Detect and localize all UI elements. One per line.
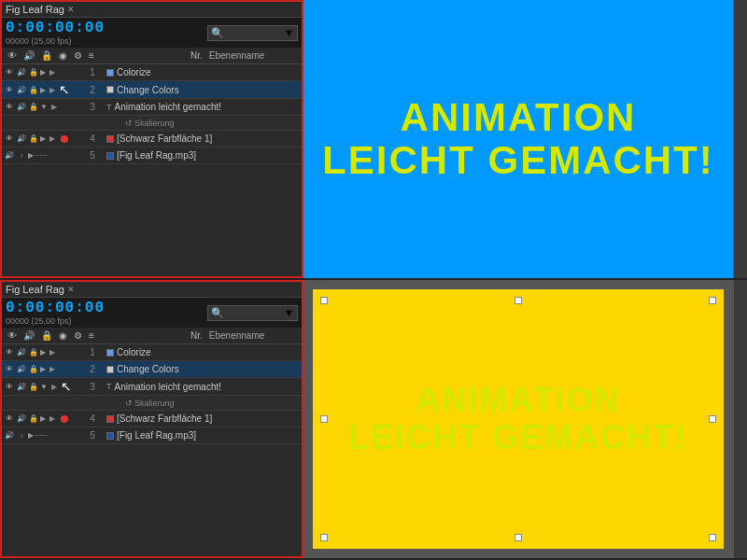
handle-tm[interactable] (514, 297, 522, 304)
audio-icon-5-top[interactable]: ♪ (16, 150, 27, 161)
eye-icon-2-top[interactable]: 👁 (4, 84, 15, 95)
play-icon-3-bottom[interactable]: ▶ (49, 381, 60, 392)
play-icon-2-top[interactable]: ▶ (47, 84, 58, 95)
audio-icon-5-bottom[interactable]: ♪ (16, 430, 27, 441)
layer-row-4-top[interactable]: 👁 🔊 🔒 ▶ ▶ 4 [Schwarz Farbfläche 1] (2, 131, 302, 147)
audio-icon-3-bottom[interactable]: 🔊 (16, 381, 27, 392)
toolbar-motion-top[interactable]: ⚙ (72, 49, 84, 62)
layer-num-5-bottom: 5 (78, 430, 106, 441)
expand-4-bottom[interactable]: ▶ (40, 414, 46, 423)
toolbar-audio-top[interactable]: 🔊 (21, 49, 36, 62)
layer-row-5-bottom[interactable]: 🔊 ♪ ▶ ~~~ 5 [Fig Leaf Rag.mp3] (2, 427, 302, 444)
play-icon-3-top[interactable]: ▶ (49, 102, 60, 113)
handle-br[interactable] (709, 534, 716, 541)
play-icon-1-top[interactable]: ▶ (47, 67, 58, 78)
layer-row-3-bottom[interactable]: 👁 🔊 🔒 ▼ ▶ ↖ 3 T Animation leicht gemacht… (2, 378, 302, 396)
search-dropdown-top[interactable]: ▼ (284, 27, 294, 38)
timecode-display-top[interactable]: 0:00:00:00 (6, 20, 105, 36)
expand-3-top[interactable]: ▼ (40, 103, 48, 111)
layer-row-2-top[interactable]: 👁 🔊 🔒 ▶ ▶ ↖ 2 Change Colors (2, 81, 302, 99)
play-icon-1-bottom[interactable]: ▶ (47, 347, 58, 358)
toolbar-lock-top[interactable]: 🔒 (39, 49, 54, 62)
layer-row-2-bottom[interactable]: 👁 🔊 🔒 ▶ ▶ 2 Change Colors (2, 361, 302, 378)
search-dropdown-bottom[interactable]: ▼ (284, 307, 294, 318)
preview-text-line2-top: LEICHT GEMACHT! (322, 139, 714, 182)
expand-5-top[interactable]: ▶ (28, 151, 34, 160)
audio-icon-1-top[interactable]: 🔊 (16, 67, 27, 78)
play-icon-4-bottom[interactable]: ▶ (47, 413, 58, 425)
audio-icon-4-top[interactable]: 🔊 (16, 133, 27, 145)
expand-3-bottom[interactable]: ▼ (40, 383, 48, 391)
layer-controls-1-top: 👁 🔊 🔒 ▶ ▶ (4, 67, 78, 78)
lock-icon-2-bottom[interactable]: 🔒 (28, 364, 39, 375)
handle-ml[interactable] (320, 415, 328, 423)
handle-bl[interactable] (320, 534, 328, 541)
layer-row-3-top[interactable]: 👁 🔊 🔒 ▼ ▶ 3 T Animation leicht gemacht! (2, 99, 302, 116)
lock-icon-2-top[interactable]: 🔒 (28, 84, 39, 95)
lock-icon-4-bottom[interactable]: 🔒 (28, 413, 39, 425)
toolbar-nr-label-b: Nr. (189, 329, 204, 342)
search-box-bottom[interactable]: 🔍 ▼ (207, 305, 298, 321)
handle-tl[interactable] (320, 297, 328, 304)
handle-bm[interactable] (514, 534, 522, 541)
toolbar-solo-top[interactable]: ◉ (57, 49, 69, 62)
layer-row-1-top[interactable]: 👁 🔊 🔒 ▶ ▶ 1 Colorize (2, 64, 302, 81)
toolbar-eye-bottom[interactable]: 👁 (6, 329, 19, 342)
layer-name-1-top: Colorize (106, 67, 300, 77)
expand-2-bottom[interactable]: ▶ (40, 365, 46, 373)
layer-row-4-bottom[interactable]: 👁 🔊 🔒 ▶ ▶ 4 [Schwarz Farbfläche 1] (2, 411, 302, 427)
tab-title-bottom[interactable]: Fig Leaf Rag ✕ (6, 284, 75, 295)
eye-icon-3-top[interactable]: 👁 (4, 102, 15, 113)
handle-tr[interactable] (709, 297, 716, 304)
lock-icon-1-bottom[interactable]: 🔒 (28, 347, 39, 358)
toolbar-adjust-bottom[interactable]: ≡ (87, 329, 96, 342)
lock-icon-4-top[interactable]: 🔒 (28, 133, 39, 145)
toolbar-audio-bottom[interactable]: 🔊 (21, 329, 36, 342)
eye-icon-4-bottom[interactable]: 👁 (4, 413, 15, 425)
layer-row-1-bottom[interactable]: 👁 🔊 🔒 ▶ ▶ 1 Colorize (2, 344, 302, 361)
preview-bottom: ANIMATION LEICHT GEMACHT! (303, 280, 733, 558)
toolbar-adjust-top[interactable]: ≡ (87, 49, 96, 62)
tab-close-top[interactable]: ✕ (67, 5, 75, 14)
lock-icon-3-top[interactable]: 🔒 (28, 102, 39, 113)
eye-icon-3-bottom[interactable]: 👁 (4, 381, 15, 392)
canvas-top: ANIMATION LEICHT GEMACHT! (303, 0, 733, 278)
toolbar-lock-bottom[interactable]: 🔒 (39, 329, 54, 342)
layer-row-5-top[interactable]: 🔊 ♪ ▶ ~~~ 5 [Fig Leaf Rag.mp3] (2, 147, 302, 164)
audio-icon-4-bottom[interactable]: 🔊 (16, 413, 27, 425)
search-input-bottom[interactable] (226, 308, 282, 318)
expand-1-top[interactable]: ▶ (40, 68, 46, 77)
audio-icon-1-bottom[interactable]: 🔊 (16, 347, 27, 358)
expand-4-top[interactable]: ▶ (40, 134, 46, 143)
lock-icon-1-top[interactable]: 🔒 (28, 67, 39, 78)
play-icon-2-bottom[interactable]: ▶ (47, 364, 58, 375)
toolbar-solo-bottom[interactable]: ◉ (57, 329, 69, 342)
toolbar-motion-bottom[interactable]: ⚙ (72, 329, 84, 342)
play-icon-4-top[interactable]: ▶ (47, 133, 58, 145)
tab-close-bottom[interactable]: ✕ (67, 285, 75, 294)
eye-icon-1-bottom[interactable]: 👁 (4, 347, 15, 358)
speaker-icon-5-bottom[interactable]: 🔊 (4, 430, 15, 441)
color-swatch-5-bottom (106, 432, 114, 440)
layer-controls-1-bottom: 👁 🔊 🔒 ▶ ▶ (4, 347, 78, 358)
handle-mr[interactable] (709, 415, 716, 423)
tab-bar-top: Fig Leaf Rag ✕ (2, 2, 302, 18)
audio-icon-2-bottom[interactable]: 🔊 (16, 364, 27, 375)
expand-2-top[interactable]: ▶ (40, 86, 46, 94)
timecode-bar-bottom: 0:00:00:00 00000 (25,00 fps) 🔍 ▼ (2, 298, 302, 328)
speaker-icon-5-top[interactable]: 🔊 (4, 150, 15, 161)
audio-icon-3-top[interactable]: 🔊 (16, 102, 27, 113)
timeline-bottom: Fig Leaf Rag ✕ 0:00:00:00 00000 (25,00 f… (0, 280, 303, 558)
timecode-display-bottom[interactable]: 0:00:00:00 (6, 300, 105, 316)
expand-5-bottom[interactable]: ▶ (28, 431, 34, 440)
toolbar-eye-top[interactable]: 👁 (6, 49, 19, 62)
lock-icon-3-bottom[interactable]: 🔒 (28, 381, 39, 392)
eye-icon-4-top[interactable]: 👁 (4, 133, 15, 145)
search-box-top[interactable]: 🔍 ▼ (207, 25, 298, 41)
audio-icon-2-top[interactable]: 🔊 (16, 84, 27, 95)
tab-title-top[interactable]: Fig Leaf Rag ✕ (6, 4, 75, 15)
eye-icon-2-bottom[interactable]: 👁 (4, 364, 15, 375)
search-input-top[interactable] (226, 28, 282, 38)
expand-1-bottom[interactable]: ▶ (40, 348, 46, 357)
eye-icon-1-top[interactable]: 👁 (4, 67, 15, 78)
